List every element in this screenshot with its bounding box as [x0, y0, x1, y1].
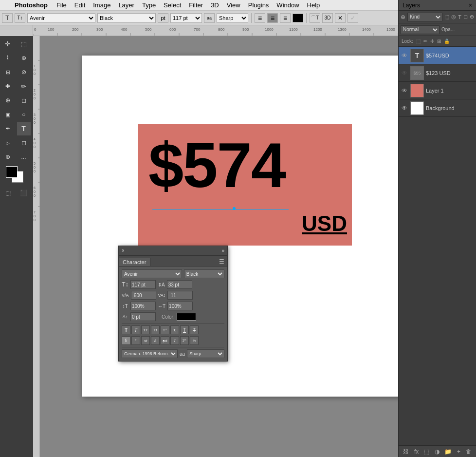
- aa-method-select[interactable]: Sharp: [217, 13, 248, 23]
- tool-preset-btn[interactable]: T: [2, 13, 13, 23]
- menu-select[interactable]: Select: [160, 0, 185, 11]
- menu-view[interactable]: View: [223, 0, 244, 11]
- char-tracking-input[interactable]: [131, 291, 156, 300]
- menu-3d[interactable]: 3D: [207, 0, 223, 11]
- layer-link-btn[interactable]: ⛓: [403, 448, 409, 455]
- menu-image[interactable]: Image: [89, 0, 114, 11]
- layer-eye-background[interactable]: 👁: [401, 105, 408, 112]
- quick-mask-btn[interactable]: ⬚: [1, 186, 15, 200]
- char-hscale-input[interactable]: [167, 302, 193, 310]
- layer-delete-btn[interactable]: 🗑: [466, 448, 472, 455]
- language-select[interactable]: German: 1996 Reform.: [122, 349, 178, 358]
- char-font-family-select[interactable]: Avenir: [122, 269, 182, 278]
- lock-all-btn[interactable]: 🔒: [444, 38, 450, 44]
- font-style-select[interactable]: Black: [97, 13, 156, 23]
- layer-adjustment-btn[interactable]: ◑: [435, 448, 439, 455]
- layer-new-btn[interactable]: +: [457, 448, 460, 455]
- char-font-style-select[interactable]: Black: [184, 269, 224, 278]
- foreground-color[interactable]: [6, 166, 18, 178]
- menu-type[interactable]: Type: [138, 0, 160, 11]
- align-left-btn[interactable]: ≡: [255, 13, 265, 23]
- selection-tool[interactable]: ▷: [1, 136, 15, 150]
- char-baseline-input[interactable]: [130, 312, 156, 321]
- cancel-btn[interactable]: ✕: [335, 13, 346, 23]
- fractions-icon[interactable]: T: [170, 336, 179, 345]
- text-orientation-btn[interactable]: T↕: [15, 13, 25, 23]
- discretionary-btn[interactable]: ạd: [161, 336, 169, 345]
- clone-tool[interactable]: ⊕: [1, 94, 15, 107]
- more-tools[interactable]: …: [17, 150, 31, 164]
- layer-item-574usd[interactable]: 👁 T $574USD: [399, 47, 476, 64]
- text-color-swatch[interactable]: [293, 14, 303, 22]
- healing-tool[interactable]: ✚: [1, 79, 15, 93]
- menu-file[interactable]: File: [53, 0, 71, 11]
- dodge-tool[interactable]: ○: [17, 108, 31, 121]
- align-right-btn[interactable]: ≡: [280, 13, 291, 23]
- align-center-btn[interactable]: ≡: [267, 13, 278, 23]
- 3d-text-btn[interactable]: 3D: [322, 13, 333, 23]
- layer-eye-123usd[interactable]: 👁: [401, 70, 408, 76]
- lock-artboard-btn[interactable]: ⊞: [437, 38, 441, 44]
- smallcaps-btn[interactable]: Tt: [151, 325, 160, 334]
- quick-select-tool[interactable]: ⊕: [17, 51, 31, 65]
- char-kerning-input[interactable]: [167, 291, 193, 300]
- layer-eye-574usd[interactable]: 👁: [401, 52, 408, 59]
- ligatures-btn[interactable]: fi: [122, 336, 130, 345]
- layer-eye-layer1[interactable]: 👁: [401, 87, 408, 94]
- eraser-tool[interactable]: ◻: [17, 94, 31, 107]
- menu-window[interactable]: Window: [273, 0, 303, 11]
- lock-position-btn[interactable]: ✛: [430, 38, 434, 44]
- char-font-size-input[interactable]: [130, 280, 156, 289]
- strikethrough-btn[interactable]: T: [190, 325, 199, 334]
- screen-mode-btn[interactable]: ⬛: [17, 186, 31, 200]
- pen-tool[interactable]: ✒: [1, 122, 15, 135]
- lock-pixels-btn[interactable]: ✏: [423, 38, 427, 44]
- menu-help[interactable]: Help: [303, 0, 324, 11]
- move-tool[interactable]: ✛: [1, 37, 15, 51]
- commit-btn[interactable]: ✓: [348, 13, 358, 23]
- stylistic-btn[interactable]: st: [141, 336, 150, 345]
- char-aa-select[interactable]: Sharp: [187, 349, 224, 358]
- layer-mask-btn[interactable]: ⬚: [424, 448, 429, 455]
- char-color-swatch[interactable]: [177, 313, 196, 321]
- aa-toggle-btn[interactable]: aa: [204, 13, 215, 23]
- menu-edit[interactable]: Edit: [71, 0, 89, 11]
- allcaps-btn[interactable]: TT: [141, 325, 150, 334]
- character-panel-expand-btn[interactable]: »: [221, 248, 224, 253]
- font-family-select[interactable]: Avenir: [27, 13, 95, 23]
- character-tab[interactable]: Character: [119, 258, 150, 266]
- character-panel-close-btn[interactable]: ×: [122, 248, 125, 253]
- menu-layer[interactable]: Layer: [114, 0, 138, 11]
- warp-text-btn[interactable]: ⌒T: [310, 13, 320, 23]
- layer-group-btn[interactable]: 📁: [444, 448, 452, 455]
- superscript-btn[interactable]: T⁺: [161, 325, 169, 334]
- font-size-toggle-btn[interactable]: pt: [158, 13, 168, 23]
- font-size-select[interactable]: 117 pt: [170, 13, 202, 23]
- eyedropper-tool[interactable]: ⊘: [17, 65, 31, 79]
- italic-btn[interactable]: T: [131, 325, 140, 334]
- menu-plugins[interactable]: Plugins: [244, 0, 273, 11]
- character-panel-options-btn[interactable]: ☰: [216, 257, 227, 266]
- ordinal-btn[interactable]: 1ˢᵗ: [180, 336, 189, 345]
- subscript-btn[interactable]: T,: [170, 325, 179, 334]
- crop-tool[interactable]: ⊟: [1, 65, 15, 79]
- lock-transparent-btn[interactable]: ⬚: [416, 38, 421, 44]
- swash-btn[interactable]: A: [151, 336, 160, 345]
- char-leading-input[interactable]: [167, 280, 192, 289]
- layer-fx-btn[interactable]: fx: [414, 448, 419, 455]
- char-vscale-input[interactable]: [130, 302, 156, 310]
- type-tool[interactable]: T: [17, 122, 31, 135]
- underline-btn[interactable]: T: [180, 325, 189, 334]
- menu-filter[interactable]: Filter: [185, 0, 207, 11]
- shape-tool[interactable]: ◻: [17, 136, 31, 150]
- layer-item-123usd[interactable]: 👁 $55 $123 USD: [399, 64, 476, 82]
- gradient-tool[interactable]: ▣: [1, 108, 15, 121]
- zoom-tool[interactable]: ⊕: [1, 150, 15, 164]
- brush-tool[interactable]: ✏: [17, 79, 31, 93]
- lasso-tool[interactable]: ⌇: [1, 51, 15, 65]
- fraction-btn[interactable]: ½: [190, 336, 199, 345]
- layer-item-layer1[interactable]: 👁 Layer 1: [399, 82, 476, 99]
- bold-btn[interactable]: T: [122, 325, 130, 334]
- layer-item-background[interactable]: 👁 Background: [399, 99, 476, 117]
- oldstyle-btn[interactable]: °: [131, 336, 140, 345]
